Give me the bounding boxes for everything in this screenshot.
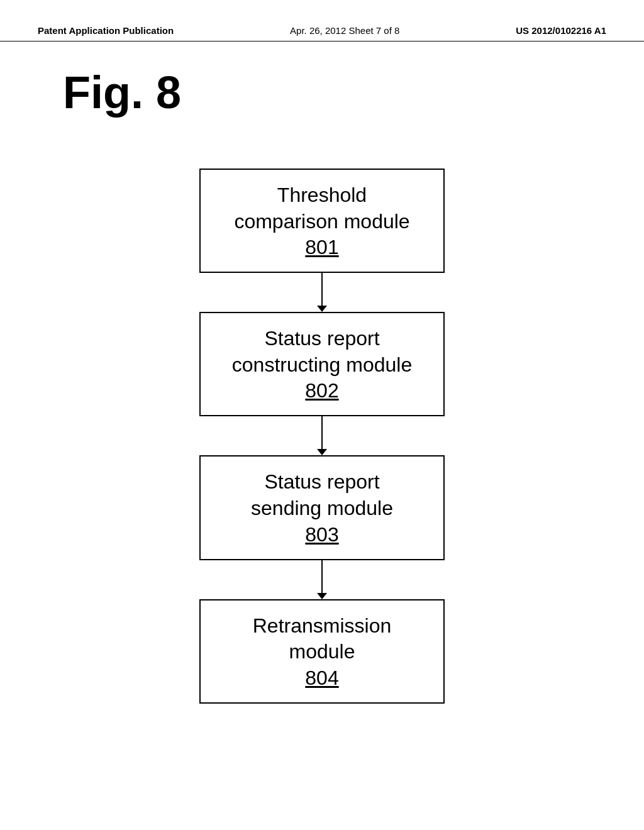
module-801-name: Thresholdcomparison module [219, 182, 425, 235]
header-date-sheet: Apr. 26, 2012 Sheet 7 of 8 [290, 25, 399, 36]
flowchart: Thresholdcomparison module 801 Status re… [0, 156, 644, 716]
module-803-number: 803 [219, 523, 425, 546]
arrow-1 [317, 306, 327, 312]
module-802-number: 802 [219, 379, 425, 402]
connector-line-1 [321, 273, 323, 306]
connector-3 [317, 560, 327, 599]
patent-page: Patent Application Publication Apr. 26, … [0, 0, 644, 830]
header-publication-label: Patent Application Publication [38, 25, 174, 36]
module-803-box: Status reportsending module 803 [199, 455, 445, 560]
module-802-box: Status reportconstructing module 802 [199, 312, 445, 416]
header-patent-number: US 2012/0102216 A1 [516, 25, 606, 36]
module-801-box: Thresholdcomparison module 801 [199, 169, 445, 273]
header: Patent Application Publication Apr. 26, … [0, 0, 644, 42]
figure-title: Fig. 8 [0, 42, 644, 156]
module-801-number: 801 [219, 236, 425, 259]
connector-1 [317, 273, 327, 312]
module-804-box: Retransmissionmodule 804 [199, 599, 445, 704]
connector-line-3 [321, 560, 323, 593]
arrow-3 [317, 593, 327, 599]
module-804-name: Retransmissionmodule [219, 613, 425, 665]
module-803-name: Status reportsending module [219, 469, 425, 521]
module-802-name: Status reportconstructing module [219, 326, 425, 378]
arrow-2 [317, 449, 327, 455]
module-804-number: 804 [219, 667, 425, 690]
connector-2 [317, 416, 327, 455]
connector-line-2 [321, 416, 323, 449]
